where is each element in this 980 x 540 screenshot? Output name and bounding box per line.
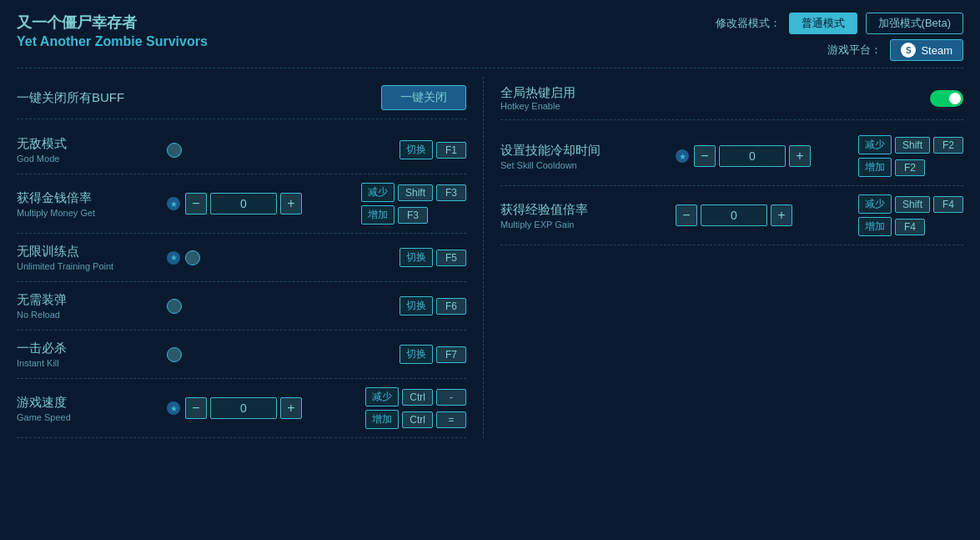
hotkey-group-money: 减少 Shift F3 增加 F3 (361, 183, 466, 225)
num-control-money: − 0 + (185, 193, 302, 214)
toggle-no-reload[interactable] (167, 299, 182, 314)
value-skill-cooldown: 0 (719, 145, 786, 167)
hk-key-f7[interactable]: F7 (436, 346, 466, 363)
hk-label-increase-sc: 增加 (858, 158, 892, 177)
feature-name-game-speed: 游戏速度 Game Speed (17, 395, 167, 422)
hotkey-group-training: 切换 F5 (400, 248, 466, 267)
toggle-training[interactable] (185, 250, 200, 265)
hk-label-toggle-training: 切换 (400, 248, 433, 267)
hotkey-row-increase-f4: 增加 F4 (858, 217, 963, 236)
hotkey-enable-toggle[interactable] (930, 90, 963, 107)
feature-row-no-reload: 无需装弹 No Reload 切换 F6 (17, 282, 466, 331)
right-feature-row-skill-cooldown: 设置技能冷却时间 Set Skill Cooldown ★ − 0 + 减少 S… (500, 127, 963, 186)
feature-row-instant-kill: 一击必杀 Instant Kill 切换 F7 (17, 331, 466, 379)
hk-key-f3-inc[interactable]: F3 (398, 207, 428, 224)
feature-row-game-speed: 游戏速度 Game Speed ★ − 0 + 减少 Ctrl - (17, 379, 466, 438)
right-controls-exp: − 0 + (676, 204, 850, 226)
app-container: 又一个僵尸幸存者 Yet Another Zombie Survivors 修改… (0, 0, 980, 540)
title-block: 又一个僵尸幸存者 Yet Another Zombie Survivors (17, 13, 208, 49)
hotkey-row-increase-ctrl-eq: 增加 Ctrl = (365, 410, 466, 429)
one-click-label: 一键关闭所有BUFF (17, 90, 124, 106)
hk-key-f2-dec[interactable]: F2 (933, 137, 963, 154)
decrease-skill-cooldown[interactable]: − (694, 145, 716, 167)
right-feature-row-exp: 获得经验值倍率 Multiply EXP Gain − 0 + 减少 Shift… (500, 186, 963, 245)
hotkey-row-increase-f2: 增加 F2 (858, 158, 963, 177)
hk-key-shift-sc[interactable]: Shift (895, 137, 930, 154)
hotkey-row-toggle-f7: 切换 F7 (400, 345, 466, 364)
feature-control-game-speed: ★ − 0 + (167, 397, 357, 419)
feature-row-training: 无限训练点 Unlimited Training Point ★ 切换 F5 (17, 234, 466, 282)
right-panel: 全局热键启用 Hotkey Enable 设置技能冷却时间 Set Skill … (484, 77, 963, 438)
decrease-game-speed[interactable]: − (185, 397, 207, 419)
hk-key-equal[interactable]: = (436, 411, 466, 428)
hk-key-f4-inc[interactable]: F4 (895, 219, 925, 235)
steam-icon: S (901, 43, 916, 58)
feature-control-god-mode (167, 143, 391, 158)
hk-key-ctrl-inc[interactable]: Ctrl (402, 411, 433, 428)
main-content: 一键关闭所有BUFF 一键关闭 无敌模式 God Mode 切换 F1 (17, 77, 963, 438)
hotkey-row-toggle-f1: 切换 F1 (400, 140, 466, 159)
feature-cn-training: 无限训练点 (17, 244, 167, 260)
hk-key-minus[interactable]: - (436, 389, 466, 406)
increase-money[interactable]: + (280, 193, 302, 214)
feature-name-instant-kill: 一击必杀 Instant Kill (17, 341, 167, 368)
normal-mode-button[interactable]: 普通模式 (789, 13, 857, 34)
hk-key-f6[interactable]: F6 (436, 298, 466, 315)
value-exp: 0 (701, 204, 767, 226)
hk-label-decrease-speed: 减少 (365, 387, 399, 406)
feature-control-instant-kill (167, 347, 391, 362)
feature-en-training: Unlimited Training Point (17, 261, 167, 271)
feature-row-god-mode: 无敌模式 God Mode 切换 F1 (17, 126, 466, 174)
mode-label: 修改器模式： (716, 16, 781, 31)
hotkey-group-instant-kill: 切换 F7 (400, 345, 466, 364)
hk-key-shift-exp[interactable]: Shift (895, 196, 930, 213)
hotkey-row-toggle-f5: 切换 F5 (400, 248, 466, 267)
header: 又一个僵尸幸存者 Yet Another Zombie Survivors 修改… (17, 13, 963, 68)
steam-button[interactable]: S Steam (890, 39, 963, 61)
platform-row: 游戏平台： S Steam (827, 39, 963, 61)
feature-name-money: 获得金钱倍率 Multiply Money Get (17, 190, 167, 218)
hk-key-shift[interactable]: Shift (398, 184, 433, 201)
right-feature-en-exp: Multiply EXP Gain (500, 220, 676, 230)
num-control-skill-cooldown: − 0 + (694, 145, 811, 167)
beta-mode-button[interactable]: 加强模式(Beta) (866, 13, 963, 34)
increase-exp[interactable]: + (771, 204, 792, 226)
star-badge-money: ★ (167, 197, 180, 210)
hk-key-f5[interactable]: F5 (436, 250, 466, 266)
one-click-button[interactable]: 一键关闭 (381, 85, 466, 110)
header-right: 修改器模式： 普通模式 加强模式(Beta) 游戏平台： S Steam (716, 13, 963, 61)
feature-cn-no-reload: 无需装弹 (17, 292, 167, 308)
hk-key-ctrl-dec[interactable]: Ctrl (402, 389, 433, 406)
feature-control-money: ★ − 0 + (167, 193, 353, 214)
right-controls-skill-cooldown: ★ − 0 + (676, 145, 850, 167)
value-money: 0 (210, 193, 277, 214)
hk-key-f4-dec[interactable]: F4 (933, 196, 963, 213)
feature-row-money: 获得金钱倍率 Multiply Money Get ★ − 0 + 减少 Shi… (17, 174, 466, 234)
hk-key-f1[interactable]: F1 (436, 142, 466, 159)
hotkey-enable-label-block: 全局热键启用 Hotkey Enable (500, 85, 575, 111)
decrease-exp[interactable]: − (676, 204, 697, 226)
feature-en-game-speed: Game Speed (17, 412, 167, 422)
hk-key-f3[interactable]: F3 (436, 184, 466, 201)
feature-cn-instant-kill: 一击必杀 (17, 341, 167, 356)
star-badge-training: ★ (167, 251, 180, 265)
hotkey-group-no-reload: 切换 F6 (400, 296, 466, 315)
hk-label-toggle-instant-kill: 切换 (400, 345, 433, 364)
toggle-instant-kill[interactable] (167, 347, 182, 362)
feature-cn-money: 获得金钱倍率 (17, 190, 167, 206)
hotkey-row-decrease-shift-f4: 减少 Shift F4 (858, 194, 963, 214)
decrease-money[interactable]: − (185, 193, 207, 214)
hotkey-enable-en: Hotkey Enable (500, 101, 575, 111)
feature-cn-game-speed: 游戏速度 (17, 395, 167, 411)
right-feature-en-skill-cooldown: Set Skill Cooldown (500, 160, 676, 170)
hk-key-f2-inc[interactable]: F2 (895, 159, 925, 176)
one-click-row: 一键关闭所有BUFF 一键关闭 (17, 77, 466, 119)
title-en: Yet Another Zombie Survivors (17, 34, 208, 49)
toggle-god-mode[interactable] (167, 143, 182, 158)
num-control-game-speed: − 0 + (185, 397, 302, 419)
hotkey-group-game-speed: 减少 Ctrl - 增加 Ctrl = (365, 387, 466, 429)
feature-en-instant-kill: Instant Kill (17, 358, 167, 368)
hotkey-row-increase-f3: 增加 F3 (361, 205, 466, 225)
increase-skill-cooldown[interactable]: + (789, 145, 811, 167)
increase-game-speed[interactable]: + (280, 397, 302, 419)
